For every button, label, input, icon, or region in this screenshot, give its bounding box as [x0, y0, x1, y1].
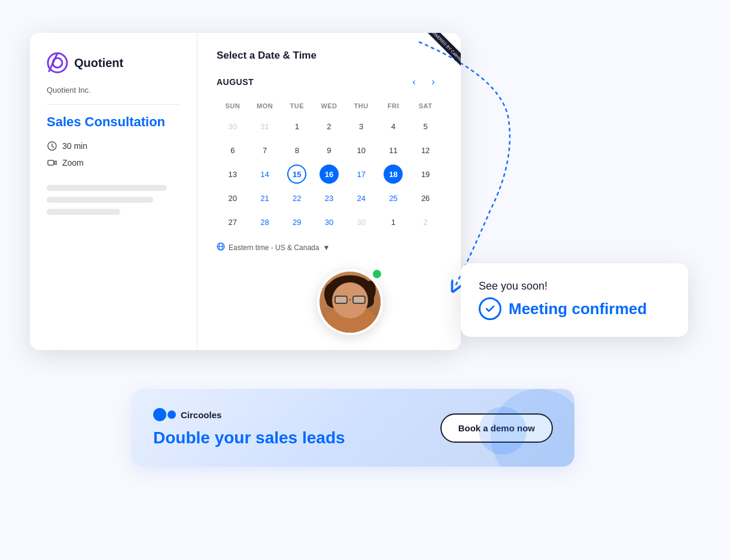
platform-row: Zoom — [47, 157, 180, 168]
calendar-day: 13 — [217, 162, 249, 186]
calendar-day: 6 — [217, 138, 249, 162]
logo-row: Quotient — [47, 52, 180, 74]
calendar-grid: SUN MON TUE WED THU FRI SAT 303112345678… — [217, 100, 442, 234]
powered-by-ribbon: POWERED BY Calendly — [413, 33, 461, 81]
calendar-day-available[interactable]: 24 — [345, 186, 378, 210]
calendar-day-available[interactable]: 25 — [378, 186, 410, 210]
timezone-label: Eastern time - US & Canada — [229, 244, 319, 252]
skeleton-lines — [47, 185, 180, 215]
platform-label: Zoom — [62, 158, 84, 168]
avatar-bg — [320, 272, 381, 333]
skeleton-3 — [47, 209, 120, 215]
calendar-day: 8 — [281, 138, 313, 162]
brand-dot-small — [168, 410, 176, 419]
month-nav: AUGUST ‹ › — [217, 74, 442, 90]
duration-label: 30 min — [62, 141, 87, 151]
calendar-day: 9 — [313, 138, 345, 162]
clock-icon — [47, 141, 57, 151]
quotient-logo-icon — [47, 52, 68, 74]
calendar-day: 26 — [409, 186, 442, 210]
col-tue: TUE — [281, 100, 313, 114]
calendar-day-inactive: 30 — [217, 114, 249, 138]
calendar-day: 5 — [409, 114, 442, 138]
logo-text: Quotient — [74, 56, 123, 70]
confirmed-row: Meeting confirmed — [479, 297, 670, 320]
calendar-day: 12 — [409, 138, 442, 162]
calendar-day-available[interactable]: 14 — [249, 162, 281, 186]
calendar-week-row: 303112345 — [217, 114, 442, 138]
cta-headline: Double your sales leads — [153, 428, 440, 448]
calendar-day-available[interactable]: 30 — [313, 210, 345, 234]
calendar-day: 3 — [345, 114, 378, 138]
company-name: Quotient Inc. — [47, 86, 180, 95]
calendar-day-available[interactable]: 23 — [313, 186, 345, 210]
calendar-day-inactive: 2 — [409, 210, 442, 234]
calendar-week-row: 272829303012 — [217, 210, 442, 234]
brand-dot-large — [153, 408, 166, 421]
col-sat: SAT — [409, 100, 442, 114]
calendly-card: POWERED BY Calendly Quotient Quotient In… — [30, 33, 461, 350]
see-you-text: See you soon! — [479, 280, 670, 293]
cta-brand-name: Circooles — [181, 410, 221, 420]
calendar-day: 27 — [217, 210, 249, 234]
select-datetime-label: Select a Date & Time — [217, 50, 442, 62]
calendar-week-row: 20212223242526 — [217, 186, 442, 210]
timezone-row[interactable]: Eastern time - US & Canada ▼ — [217, 242, 442, 252]
calendar-day-available[interactable]: 21 — [249, 186, 281, 210]
col-thu: THU — [345, 100, 378, 114]
col-wed: WED — [313, 100, 345, 114]
calendar-day-available[interactable]: 28 — [249, 210, 281, 234]
skeleton-1 — [47, 185, 167, 191]
calendar-header-row: SUN MON TUE WED THU FRI SAT — [217, 100, 442, 114]
calendar-day-available[interactable]: 22 — [281, 186, 313, 210]
calendar-day: 1 — [378, 210, 410, 234]
meeting-title: Sales Consultation — [47, 114, 180, 130]
cta-card: Circooles Double your sales leads Book a… — [132, 389, 574, 467]
cta-left: Circooles Double your sales leads — [153, 408, 440, 448]
scene: POWERED BY Calendly Quotient Quotient In… — [0, 0, 730, 560]
calendar-body: 3031123456789101112131415161718192021222… — [217, 114, 442, 234]
calendar-week-row: 6789101112 — [217, 138, 442, 162]
month-label: AUGUST — [217, 77, 254, 87]
zoom-icon — [47, 157, 57, 168]
calendar-day-available[interactable]: 17 — [345, 162, 378, 186]
calendar-day: 10 — [345, 138, 378, 162]
calendar-day-available[interactable]: 29 — [281, 210, 313, 234]
col-fri: FRI — [378, 100, 410, 114]
calendar-day: 2 — [313, 114, 345, 138]
left-panel: Quotient Quotient Inc. Sales Consultatio… — [30, 33, 197, 350]
calendar-day-inactive: 30 — [345, 210, 378, 234]
col-mon: MON — [249, 100, 281, 114]
duration-row: 30 min — [47, 141, 180, 151]
cta-brand-row: Circooles — [153, 408, 440, 421]
calendar-day-selected[interactable]: 16 — [313, 162, 345, 186]
skeleton-2 — [47, 197, 153, 203]
check-circle-icon — [479, 297, 501, 320]
confirmed-text: Meeting confirmed — [509, 300, 647, 318]
timezone-chevron: ▼ — [323, 244, 330, 252]
divider — [47, 104, 180, 105]
calendar-day: 7 — [249, 138, 281, 162]
book-demo-button[interactable]: Book a demo now — [440, 413, 553, 443]
calendar-week-row: 13141516171819 — [217, 162, 442, 186]
globe-icon — [217, 242, 225, 252]
calendar-day-inactive: 31 — [249, 114, 281, 138]
calendar-day: 4 — [378, 114, 410, 138]
svg-rect-4 — [48, 160, 54, 165]
calendar-day-selected-18[interactable]: 18 — [378, 162, 410, 186]
col-sun: SUN — [217, 100, 249, 114]
meeting-confirmed-card: See you soon! Meeting confirmed — [461, 263, 688, 337]
avatar — [317, 269, 383, 335]
calendar-day: 11 — [378, 138, 410, 162]
powered-by-text: POWERED BY Calendly — [425, 33, 461, 68]
calendar-day: 20 — [217, 186, 249, 210]
online-status-dot — [371, 268, 383, 280]
calendar-day-ring[interactable]: 15 — [281, 162, 313, 186]
calendar-day: 19 — [409, 162, 442, 186]
calendar-day: 1 — [281, 114, 313, 138]
